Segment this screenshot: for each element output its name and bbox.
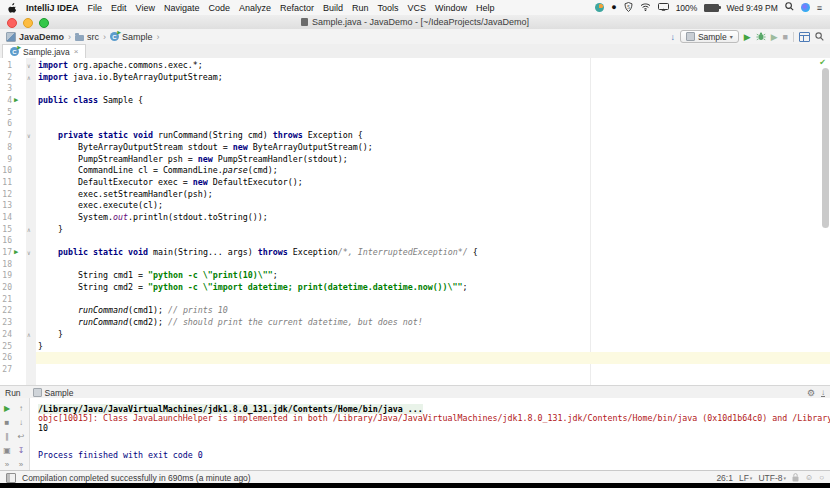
editor-line-10[interactable]: 10 CommandLine cl = CommandLine.parse(cm… — [0, 165, 830, 177]
code-text[interactable]: exec.setStreamHandler(psh); — [36, 189, 830, 201]
gutter[interactable]: 9 — [0, 154, 36, 166]
line-separator-widget[interactable]: LF▾ — [739, 473, 752, 483]
gutter[interactable]: 16 — [0, 235, 36, 247]
caret-position-widget[interactable]: 26:1 — [716, 473, 733, 483]
gutter[interactable]: 1∨ — [0, 60, 36, 72]
run-gutter-icon[interactable]: ▶ — [14, 247, 18, 259]
gear-icon[interactable]: ⚙ — [807, 388, 815, 398]
editor-line-16[interactable]: 16 — [0, 235, 830, 247]
code-text[interactable] — [36, 83, 830, 95]
gutter[interactable]: 15∧ — [0, 224, 36, 236]
fold-marker-icon[interactable]: ∨ — [27, 130, 31, 142]
code-text[interactable]: DefaultExecutor exec = new DefaultExecut… — [36, 177, 830, 189]
editor-line-27[interactable]: 27 — [0, 364, 830, 376]
editor-line-14[interactable]: 14 System.out.println(stdout.toString())… — [0, 212, 830, 224]
gutter[interactable]: 12 — [0, 189, 36, 201]
code-editor[interactable]: 1∨import org.apache.commons.exec.*;2∧imp… — [0, 58, 830, 385]
record-icon[interactable]: ● — [611, 3, 616, 12]
code-text[interactable]: String cmd1 = "python -c \"print(10)\""; — [36, 270, 830, 282]
menu-item-intellij-idea[interactable]: IntelliJ IDEA — [26, 3, 79, 13]
fold-marker-icon[interactable]: ∧ — [27, 72, 31, 84]
run-tab-sample[interactable]: Sample — [28, 388, 79, 398]
editor-line-4[interactable]: 4▶public class Sample { — [0, 95, 830, 107]
gutter[interactable]: 2∧ — [0, 72, 36, 84]
editor-line-22[interactable]: 22 runCommand(cmd1); // prints 10 — [0, 305, 830, 317]
code-text[interactable] — [36, 352, 830, 364]
gutter[interactable]: 22 — [0, 305, 36, 317]
stop-button[interactable]: ■ — [783, 32, 788, 42]
editor-line-6[interactable]: 6 — [0, 118, 830, 130]
console-output[interactable]: /Library/Java/JavaVirtualMachines/jdk1.8… — [30, 398, 830, 470]
hector-inspector-icon[interactable]: ☺ — [805, 473, 813, 482]
code-text[interactable] — [36, 118, 830, 130]
gutter[interactable]: 25 — [0, 341, 36, 353]
more-actions-icon[interactable]: » — [19, 460, 23, 469]
editor-scrollbar[interactable] — [822, 68, 829, 228]
apple-menu-icon[interactable] — [8, 2, 17, 13]
soft-wrap-button[interactable]: ↩ — [18, 432, 25, 441]
code-text[interactable]: } — [36, 341, 830, 353]
editor-line-26[interactable]: 26 — [0, 352, 830, 364]
code-text[interactable]: public class Sample { — [36, 95, 830, 107]
code-text[interactable] — [36, 294, 830, 306]
globe-app-icon[interactable] — [595, 3, 604, 12]
editor-line-12[interactable]: 12 exec.setStreamHandler(psh); — [0, 189, 830, 201]
document-proxy-icon[interactable] — [301, 18, 308, 26]
run-gutter-icon[interactable]: ▶ — [14, 95, 18, 107]
editor-line-25[interactable]: 25} — [0, 341, 830, 353]
notifications-icon[interactable]: ○ — [819, 473, 824, 482]
code-text[interactable]: CommandLine cl = CommandLine.parse(cmd); — [36, 165, 830, 177]
menubar-clock[interactable]: Wed 9:49 PM — [726, 3, 777, 13]
code-text[interactable]: ByteArrayOutputStream stdout = new ByteA… — [36, 142, 830, 154]
gutter[interactable]: 26 — [0, 352, 36, 364]
editor-line-19[interactable]: 19 String cmd1 = "python -c \"print(10)\… — [0, 270, 830, 282]
more-actions-icon[interactable]: » — [5, 460, 9, 469]
code-text[interactable]: runCommand(cmd2); // should print the cu… — [36, 317, 830, 329]
notification-center-icon[interactable]: ≡ — [817, 3, 822, 13]
code-text[interactable]: runCommand(cmd1); // prints 10 — [36, 305, 830, 317]
search-everywhere-icon[interactable] — [815, 32, 824, 41]
gutter[interactable]: 23 — [0, 317, 36, 329]
editor-line-24[interactable]: 24∧ } — [0, 329, 830, 341]
editor-line-9[interactable]: 9 PumpStreamHandler psh = new PumpStream… — [0, 154, 830, 166]
editor-line-21[interactable]: 21 — [0, 294, 830, 306]
breadcrumb-item-src[interactable]: src — [75, 32, 99, 42]
editor-line-5[interactable]: 5 — [0, 107, 830, 119]
editor-line-20[interactable]: 20 String cmd2 = "python -c \"import dat… — [0, 282, 830, 294]
gutter[interactable]: 8 — [0, 142, 36, 154]
update-project-icon[interactable]: ↓ — [670, 32, 675, 42]
code-text[interactable]: } — [36, 329, 830, 341]
layout-grid-icon[interactable] — [799, 32, 810, 42]
breadcrumb-item-sample[interactable]: C▶Sample — [110, 32, 153, 42]
editor-line-13[interactable]: 13 exec.execute(cl); — [0, 200, 830, 212]
close-icon[interactable]: × — [74, 47, 79, 56]
gutter[interactable]: 4▶ — [0, 95, 36, 107]
menu-item-analyze[interactable]: Analyze — [239, 3, 271, 13]
gutter[interactable]: 10 — [0, 165, 36, 177]
fold-marker-icon[interactable]: ∨ — [27, 247, 31, 259]
editor-line-8[interactable]: 8 ByteArrayOutputStream stdout = new Byt… — [0, 142, 830, 154]
spotlight-icon[interactable] — [785, 2, 794, 13]
menu-item-vcs[interactable]: VCS — [408, 3, 427, 13]
scroll-to-end-button[interactable]: ↧ — [18, 446, 25, 455]
code-text[interactable]: PumpStreamHandler psh = new PumpStreamHa… — [36, 154, 830, 166]
code-text[interactable]: private static void runCommand(String cm… — [36, 130, 830, 142]
code-text[interactable]: } — [36, 224, 830, 236]
code-text[interactable] — [36, 364, 830, 376]
code-text[interactable]: String cmd2 = "python -c \"import dateti… — [36, 282, 830, 294]
menu-item-view[interactable]: View — [136, 3, 155, 13]
screenshot-button[interactable]: ▣ — [3, 446, 11, 455]
gutter[interactable]: 13 — [0, 200, 36, 212]
gutter[interactable]: 27 — [0, 364, 36, 376]
editor-line-7[interactable]: 7∨ private static void runCommand(String… — [0, 130, 830, 142]
run-toolwindow-title[interactable]: Run — [5, 388, 21, 398]
code-text[interactable]: public static void main(String... args) … — [36, 247, 830, 259]
code-text[interactable]: exec.execute(cl); — [36, 200, 830, 212]
encoding-widget[interactable]: UTF-8▾ — [758, 473, 786, 483]
gutter[interactable]: 5 — [0, 107, 36, 119]
wifi-icon[interactable] — [640, 3, 651, 13]
menu-item-build[interactable]: Build — [323, 3, 343, 13]
editor-line-11[interactable]: 11 DefaultExecutor exec = new DefaultExe… — [0, 177, 830, 189]
gutter[interactable]: 17▶∨ — [0, 247, 36, 259]
shield-icon[interactable]: 5 — [624, 2, 633, 14]
